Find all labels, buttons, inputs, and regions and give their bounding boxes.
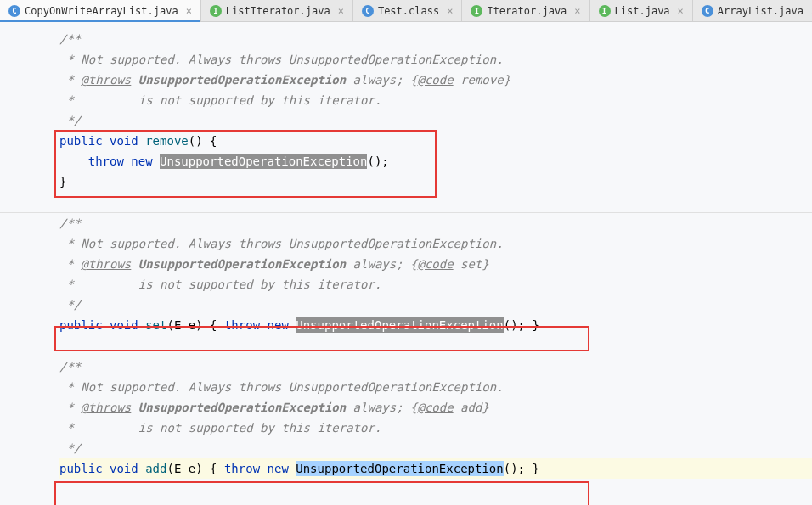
method-signature-add: public void add(E e) { throw new Unsuppo… — [59, 458, 812, 479]
close-icon[interactable]: × — [678, 5, 684, 17]
editor-tabs: C CopyOnWriteArrayList.java × I ListIter… — [0, 0, 812, 22]
highlighted-exception-selected: UnsupportedOperationException — [296, 461, 503, 476]
gutter[interactable] — [0, 22, 59, 505]
doc-comment: */ — [59, 295, 812, 315]
method-signature-set: public void set(E e) { throw new Unsuppo… — [59, 315, 812, 335]
code-editor[interactable]: /** * Not supported. Always throws Unsup… — [0, 22, 812, 505]
doc-comment: * is not supported by this iterator. — [59, 90, 812, 110]
tab-listiterator[interactable]: I ListIterator.java × — [201, 0, 353, 21]
tab-label: Iterator.java — [487, 5, 567, 17]
doc-comment: * is not supported by this iterator. — [59, 418, 812, 438]
doc-comment: * is not supported by this iterator. — [59, 274, 812, 295]
interface-icon: I — [210, 5, 222, 17]
throw-statement: throw new UnsupportedOperationException(… — [59, 151, 812, 171]
doc-comment: /** — [59, 213, 812, 233]
red-highlight-box — [54, 481, 589, 505]
close-icon[interactable]: × — [186, 5, 192, 17]
tab-label: Test.class — [378, 5, 439, 17]
tab-label: ArrayList.java — [718, 5, 804, 17]
tab-arraylist[interactable]: C ArrayList.java × — [693, 0, 812, 21]
tab-label: CopyOnWriteArrayList.java — [25, 5, 178, 17]
close-icon[interactable]: × — [338, 5, 344, 17]
doc-comment: * Not supported. Always throws Unsupport… — [59, 377, 812, 397]
tab-label: ListIterator.java — [226, 5, 330, 17]
method-signature-remove: public void remove() { — [59, 131, 812, 151]
close-icon[interactable]: × — [574, 5, 580, 17]
doc-comment: * Not supported. Always throws Unsupport… — [59, 49, 812, 70]
highlighted-exception: UnsupportedOperationException — [160, 154, 367, 169]
highlighted-exception: UnsupportedOperationException — [296, 317, 503, 333]
doc-comment: * @throws UnsupportedOperationException … — [59, 397, 812, 418]
interface-icon: I — [599, 5, 611, 17]
tab-copyonwritearraylist[interactable]: C CopyOnWriteArrayList.java × — [0, 0, 201, 21]
code-area[interactable]: /** * Not supported. Always throws Unsup… — [59, 22, 812, 505]
tab-iterator[interactable]: I Iterator.java × — [462, 0, 589, 21]
close-icon[interactable]: × — [447, 5, 453, 17]
class-icon: C — [702, 5, 713, 17]
tab-label: List.java — [615, 5, 670, 17]
doc-comment: * @throws UnsupportedOperationException … — [59, 70, 812, 90]
doc-comment: * @throws UnsupportedOperationException … — [59, 254, 812, 274]
doc-comment: */ — [59, 110, 812, 131]
interface-icon: I — [471, 5, 482, 17]
method-close: } — [59, 171, 812, 192]
class-icon: C — [8, 5, 20, 17]
doc-comment: * Not supported. Always throws Unsupport… — [59, 233, 812, 254]
doc-comment: */ — [59, 438, 812, 458]
tab-testclass[interactable]: C Test.class × — [353, 0, 462, 21]
doc-comment: /** — [59, 29, 812, 49]
class-icon: C — [362, 5, 374, 17]
doc-comment: /** — [59, 356, 812, 377]
tab-list[interactable]: I List.java × — [590, 0, 693, 21]
